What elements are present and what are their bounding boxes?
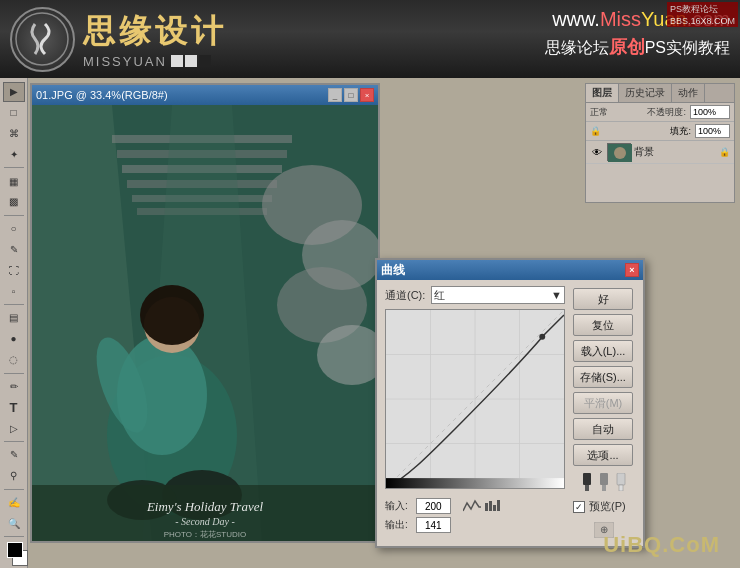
svg-point-19: [140, 285, 204, 345]
curves-right-panel: 好 复位 载入(L)... 存储(S)... 平滑(M) 自动 选项...: [573, 286, 635, 541]
svg-rect-44: [602, 485, 606, 491]
curves-output-label: 输出:: [385, 518, 408, 532]
curves-ok-button[interactable]: 好: [573, 288, 633, 310]
header-corner: PS教程论坛BBS.16X8.COM: [667, 2, 738, 27]
curves-graph[interactable]: [385, 309, 565, 489]
curves-eyedropper-icons: [573, 473, 635, 491]
tool-text[interactable]: T: [3, 397, 25, 417]
curves-output-row: 输出: 141: [385, 517, 565, 533]
window-minimize-button[interactable]: _: [328, 88, 342, 102]
tool-clone[interactable]: ⛶: [3, 260, 25, 280]
curves-preview-label: 预览(P): [589, 499, 626, 514]
logo-chinese-text: 思缘设计: [83, 10, 227, 54]
tool-slice[interactable]: ▩: [3, 192, 25, 212]
layer-lock-icon: 🔒: [719, 147, 730, 157]
tool-eyedropper[interactable]: ⚲: [3, 466, 25, 486]
layers-opacity-input[interactable]: [690, 105, 730, 119]
curves-input-row: 输入: 200: [385, 498, 565, 514]
image-window-title: 01.JPG @ 33.4%(RGB/8#): [36, 89, 168, 101]
svg-rect-40: [497, 500, 500, 511]
photo-svg: Eimy's Holiday Travel - Second Day - PHO…: [32, 105, 378, 541]
curves-preview-row: 预览(P): [573, 499, 635, 514]
url-miss: Miss: [600, 8, 641, 30]
layers-tab-history[interactable]: 历史记录: [619, 84, 672, 102]
tool-separator-4: [4, 373, 24, 374]
logo-text: 思缘设计 MISSYUAN: [83, 10, 227, 69]
tool-pen[interactable]: ✏: [3, 377, 25, 397]
curves-input-label: 输入:: [385, 499, 408, 513]
layers-panel: 图层 历史记录 动作 正常 不透明度: 🔒 填充: 👁 背景 🔒: [585, 83, 735, 203]
svg-rect-45: [617, 473, 625, 485]
curves-smooth-button[interactable]: 平滑(M): [573, 392, 633, 414]
curves-reset-button[interactable]: 复位: [573, 314, 633, 336]
tool-eraser[interactable]: ▫: [3, 281, 25, 301]
curves-input-value[interactable]: 200: [416, 498, 451, 514]
tool-heal[interactable]: ○: [3, 219, 25, 239]
tool-hand[interactable]: ✍: [3, 493, 25, 513]
tool-shape[interactable]: ▷: [3, 418, 25, 438]
tool-blur[interactable]: ●: [3, 329, 25, 349]
foreground-color-swatch[interactable]: [7, 542, 23, 558]
tool-lasso[interactable]: ⌘: [3, 124, 25, 144]
layers-fill-input[interactable]: [695, 124, 730, 138]
image-canvas: Eimy's Holiday Travel - Second Day - PHO…: [32, 105, 378, 541]
tool-selection[interactable]: ▶: [3, 82, 25, 102]
curves-channel-row: 通道(C): 红 ▼: [385, 286, 565, 304]
window-controls: _ □ ×: [328, 88, 374, 102]
curves-load-button[interactable]: 载入(L)...: [573, 340, 633, 362]
layers-tab-actions[interactable]: 动作: [672, 84, 705, 102]
window-close-button[interactable]: ×: [360, 88, 374, 102]
logo-sq-white2: [185, 55, 197, 67]
tool-gradient[interactable]: ▤: [3, 308, 25, 328]
layers-tab-layers[interactable]: 图层: [586, 84, 619, 102]
svg-text:Eimy's Holiday Travel: Eimy's Holiday Travel: [146, 499, 264, 514]
curves-close-button[interactable]: ×: [625, 263, 639, 277]
window-maximize-button[interactable]: □: [344, 88, 358, 102]
curves-title: 曲线: [381, 262, 405, 279]
layers-tabs: 图层 历史记录 动作: [586, 84, 734, 103]
tool-brush[interactable]: ✎: [3, 240, 25, 260]
curves-channel-label: 通道(C):: [385, 288, 425, 303]
curves-icon1: [463, 499, 481, 513]
eyedropper-gray-icon: [597, 473, 611, 491]
watermark: UiBQ.CoM: [603, 532, 720, 558]
curves-left-panel: 通道(C): 红 ▼: [385, 286, 565, 541]
curves-output-value[interactable]: 141: [416, 517, 451, 533]
tool-separator-7: [4, 536, 24, 537]
tool-notes[interactable]: ✎: [3, 445, 25, 465]
curves-channel-value: 红: [434, 288, 445, 303]
color-swatches[interactable]: [3, 542, 25, 568]
tool-zoom[interactable]: 🔍: [3, 513, 25, 533]
eyedropper-white-icon: [614, 473, 628, 491]
image-window-titlebar: 01.JPG @ 33.4%(RGB/8#) _ □ ×: [32, 85, 378, 105]
subtitle-suffix: PS实例教程: [645, 39, 730, 56]
curves-preview-checkbox[interactable]: [573, 501, 585, 513]
curves-dialog: 曲线 × 通道(C): 红 ▼: [375, 258, 645, 548]
subtitle-prefix: 思缘论坛: [545, 39, 609, 56]
image-window: 01.JPG @ 33.4%(RGB/8#) _ □ ×: [30, 83, 380, 543]
tool-marquee[interactable]: □: [3, 103, 25, 123]
layers-fill-label: 填充:: [670, 125, 691, 138]
curves-channel-select[interactable]: 红 ▼: [431, 286, 565, 304]
layer-visibility-icon[interactable]: 👁: [590, 145, 604, 159]
layers-options: 正常 不透明度:: [586, 103, 734, 122]
svg-text:PHOTO：花花STUDIO: PHOTO：花花STUDIO: [164, 530, 247, 539]
subtitle-highlight: 原创: [609, 37, 645, 57]
curves-save-button[interactable]: 存储(S)...: [573, 366, 633, 388]
tool-dodge[interactable]: ◌: [3, 350, 25, 370]
layer-row-background[interactable]: 👁 背景 🔒: [586, 141, 734, 164]
svg-point-0: [16, 13, 68, 65]
curves-io-section: 输入: 200: [385, 498, 565, 533]
curves-auto-button[interactable]: 自动: [573, 418, 633, 440]
curves-options-button[interactable]: 选项...: [573, 444, 633, 466]
logo-sq-black: [199, 55, 211, 67]
curves-titlebar: 曲线 ×: [377, 260, 643, 280]
tool-separator-1: [4, 167, 24, 168]
tool-magic-wand[interactable]: ✦: [3, 144, 25, 164]
logo-area: 思缘设计 MISSYUAN: [10, 7, 227, 72]
tool-crop[interactable]: ▦: [3, 171, 25, 191]
svg-rect-36: [386, 478, 564, 488]
tool-separator-5: [4, 441, 24, 442]
header-subtitle: 思缘论坛原创PS实例教程: [545, 35, 730, 59]
svg-rect-43: [600, 473, 608, 485]
